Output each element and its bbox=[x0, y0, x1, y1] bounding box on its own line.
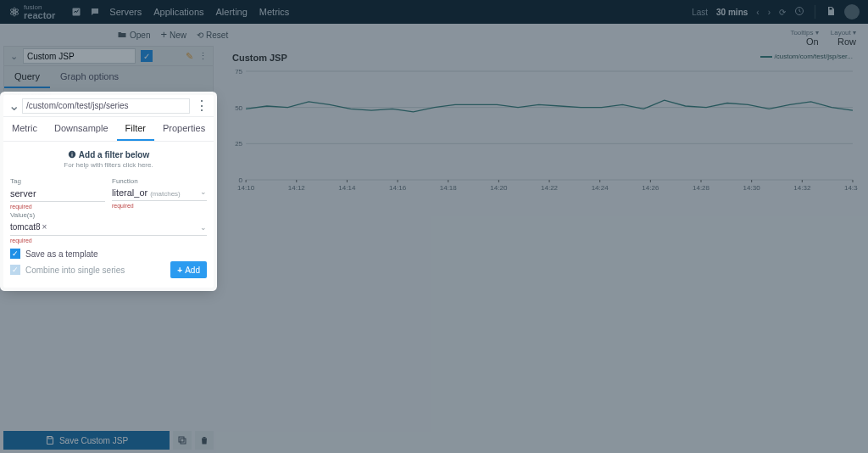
nav-alerting[interactable]: Alerting bbox=[216, 7, 248, 17]
layout-toggle[interactable]: Layout ▾Row bbox=[831, 29, 856, 47]
values-required: required bbox=[10, 238, 207, 243]
panel-visible-checkbox[interactable]: ✓ bbox=[141, 50, 153, 62]
nav-metrics[interactable]: Metrics bbox=[259, 7, 289, 17]
time-range-prefix: Last bbox=[692, 8, 708, 17]
reset-button[interactable]: ⟲Reset bbox=[197, 31, 228, 40]
tab-downsample[interactable]: Downsample bbox=[46, 117, 117, 141]
remove-token-icon[interactable]: × bbox=[42, 222, 47, 232]
svg-text:14:12: 14:12 bbox=[288, 184, 306, 192]
time-next-icon[interactable]: › bbox=[768, 8, 771, 17]
save-template-checkbox[interactable]: ✓ bbox=[10, 249, 20, 259]
time-prev-icon[interactable]: ‹ bbox=[756, 8, 759, 17]
svg-text:14:32: 14:32 bbox=[793, 184, 811, 192]
svg-text:14:20: 14:20 bbox=[490, 184, 508, 192]
chart-svg[interactable]: 14:1014:1214:1414:1614:1814:2014:2214:24… bbox=[227, 66, 858, 193]
combine-label: Combine into single series bbox=[25, 266, 125, 275]
svg-text:14:34: 14:34 bbox=[844, 184, 858, 192]
tab-metric[interactable]: Metric bbox=[3, 117, 46, 141]
open-button[interactable]: Open bbox=[117, 30, 150, 40]
metric-path-input[interactable] bbox=[22, 98, 190, 114]
metric-more-icon[interactable]: ⋮ bbox=[195, 98, 209, 114]
time-range-value[interactable]: 30 mins bbox=[716, 8, 748, 17]
svg-text:14:26: 14:26 bbox=[642, 184, 659, 192]
svg-text:14:18: 14:18 bbox=[440, 184, 458, 192]
chat-icon[interactable] bbox=[86, 3, 104, 21]
svg-text:25: 25 bbox=[235, 140, 242, 148]
svg-text:14:22: 14:22 bbox=[541, 184, 559, 192]
save-template-label: Save as a template bbox=[25, 249, 98, 259]
value-token[interactable]: tomcat8× bbox=[10, 221, 47, 232]
tag-required: required bbox=[10, 204, 105, 210]
filter-hint-sub[interactable]: For help with filters click here. bbox=[8, 161, 209, 169]
filter-hint-title: Add a filter below bbox=[8, 150, 209, 159]
function-hint: (matches) bbox=[150, 190, 181, 198]
values-chevron-icon[interactable]: ⌄ bbox=[200, 223, 207, 232]
panel-more-icon[interactable]: ⋮ bbox=[198, 51, 208, 62]
brand-logo: fusionreactor bbox=[8, 4, 55, 20]
chevron-down-icon[interactable]: ⌄ bbox=[200, 187, 207, 196]
user-avatar[interactable] bbox=[844, 4, 860, 20]
new-button[interactable]: +New bbox=[160, 31, 186, 40]
tab-filter[interactable]: Filter bbox=[117, 117, 154, 141]
svg-rect-41 bbox=[48, 437, 52, 439]
clock-icon[interactable] bbox=[794, 6, 804, 18]
svg-rect-42 bbox=[181, 439, 186, 444]
svg-text:14:16: 14:16 bbox=[389, 184, 407, 192]
filter-editor-panel: ⌄ ⋮ Metric Downsample Filter Properties … bbox=[3, 95, 214, 288]
function-select[interactable]: literal_or bbox=[112, 187, 147, 198]
copy-button[interactable] bbox=[173, 431, 192, 450]
svg-point-0 bbox=[14, 11, 15, 13]
function-required: required bbox=[112, 203, 207, 209]
svg-rect-46 bbox=[71, 153, 72, 154]
nav-applications[interactable]: Applications bbox=[153, 7, 203, 17]
tag-label: Tag bbox=[10, 177, 105, 185]
combine-checkbox[interactable]: ✓ bbox=[10, 265, 20, 275]
save-file-icon[interactable] bbox=[826, 6, 836, 18]
tag-select[interactable] bbox=[10, 186, 105, 202]
panel-title-input[interactable] bbox=[23, 48, 136, 64]
values-label: Value(s) bbox=[10, 211, 207, 219]
svg-text:50: 50 bbox=[235, 104, 242, 112]
svg-text:14:30: 14:30 bbox=[743, 184, 761, 192]
panel-collapse-icon[interactable]: ⌄ bbox=[9, 51, 18, 62]
svg-text:14:14: 14:14 bbox=[338, 184, 356, 192]
refresh-icon[interactable]: ⟳ bbox=[779, 8, 786, 17]
save-dashboard-button[interactable]: Save Custom JSP bbox=[3, 431, 170, 450]
nav-servers[interactable]: Servers bbox=[109, 7, 142, 17]
function-label: Function bbox=[112, 177, 207, 185]
svg-rect-43 bbox=[179, 437, 184, 442]
app-topbar: fusionreactor Servers Applications Alert… bbox=[0, 0, 868, 24]
metric-collapse-icon[interactable]: ⌄ bbox=[8, 98, 17, 114]
chart-legend[interactable]: /custom/com/test/jsp/ser... bbox=[760, 53, 853, 60]
svg-text:14:28: 14:28 bbox=[693, 184, 710, 192]
svg-text:14:24: 14:24 bbox=[592, 184, 609, 192]
tab-query[interactable]: Query bbox=[4, 66, 50, 88]
delete-button[interactable] bbox=[195, 431, 214, 450]
tab-graph-options[interactable]: Graph options bbox=[50, 66, 129, 88]
svg-text:75: 75 bbox=[235, 68, 242, 76]
brand-bottom-text: reactor bbox=[24, 11, 55, 20]
svg-text:14:10: 14:10 bbox=[237, 184, 255, 192]
svg-rect-45 bbox=[71, 154, 72, 156]
tooltips-toggle[interactable]: Tooltips ▾On bbox=[790, 29, 818, 47]
tab-properties[interactable]: Properties bbox=[154, 117, 214, 141]
add-filter-button[interactable]: +Add bbox=[170, 261, 207, 278]
svg-text:0: 0 bbox=[239, 176, 243, 184]
edit-icon[interactable]: ✎ bbox=[186, 51, 193, 62]
svg-rect-6 bbox=[830, 8, 832, 10]
dashboard-icon[interactable] bbox=[67, 3, 86, 21]
chart-panel: Custom JSP /custom/com/test/jsp/ser... 1… bbox=[227, 49, 858, 207]
